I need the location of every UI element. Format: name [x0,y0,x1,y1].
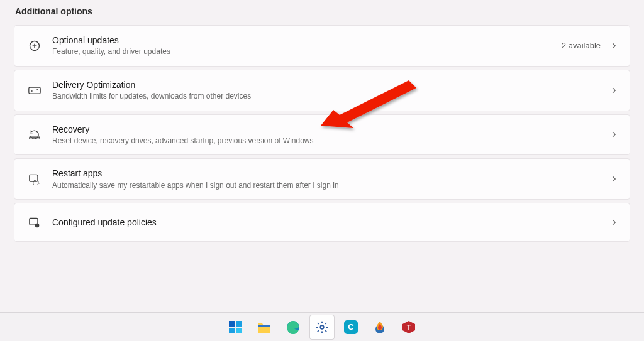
folder-icon [257,320,272,335]
svg-rect-14 [229,328,235,333]
app-t-icon: T [401,320,416,335]
svg-point-18 [320,325,324,329]
options-list: Optional updates Feature, quality, and d… [14,25,630,242]
gear-icon [314,320,330,335]
taskbar-app-flame-button[interactable] [367,315,392,340]
taskbar-start-button[interactable] [223,315,248,340]
option-desc: Reset device, recovery drives, advanced … [52,136,609,146]
taskbar-app-t-button[interactable]: T [396,315,421,340]
chevron-right-icon [609,86,618,95]
svg-rect-12 [229,321,235,327]
svg-rect-7 [30,175,38,182]
svg-rect-16 [258,325,270,327]
windows-start-icon [228,320,243,335]
svg-rect-3 [29,87,40,94]
taskbar-edge-button[interactable] [280,315,306,340]
svg-rect-13 [236,321,242,327]
option-title: Delivery Optimization [52,79,609,90]
chevron-right-icon [609,218,618,227]
option-desc: Feature, quality, and driver updates [52,47,562,57]
option-optional-updates[interactable]: Optional updates Feature, quality, and d… [14,25,630,67]
update-policies-icon: i [26,217,43,228]
flame-icon [372,320,387,335]
option-title: Optional updates [52,35,562,46]
taskbar-settings-button[interactable] [309,315,335,340]
chevron-right-icon [609,41,618,50]
taskbar: C T [0,312,644,341]
option-title: Restart apps [52,168,609,179]
option-title: Recovery [52,124,609,135]
taskbar-app-c-button[interactable]: C [338,315,364,340]
chevron-right-icon [609,130,618,139]
plus-circle-icon [26,40,43,52]
svg-text:T: T [407,323,411,331]
taskbar-explorer-button[interactable] [252,315,277,340]
option-delivery-optimization[interactable]: Delivery Optimization Bandwidth limits f… [14,70,630,111]
option-desc: Bandwidth limits for updates, downloads … [52,92,609,102]
option-title: Configured update policies [52,217,609,228]
option-configured-update-policies[interactable]: i Configured update policies [14,203,630,242]
option-restart-apps[interactable]: Restart apps Automatically save my resta… [14,158,630,200]
svg-rect-6 [30,138,40,139]
delivery-icon [26,85,43,95]
recovery-icon [26,129,43,140]
app-c-icon: C [343,320,358,335]
option-badge: 2 available [562,41,601,50]
restart-apps-icon [26,173,43,185]
section-heading: Additional options [15,6,630,16]
chevron-right-icon [609,175,618,183]
svg-text:i: i [37,224,38,227]
option-desc: Automatically save my restartable apps w… [52,181,609,191]
option-recovery[interactable]: Recovery Reset device, recovery drives, … [14,114,630,156]
edge-icon [286,320,301,335]
svg-rect-15 [236,328,242,333]
